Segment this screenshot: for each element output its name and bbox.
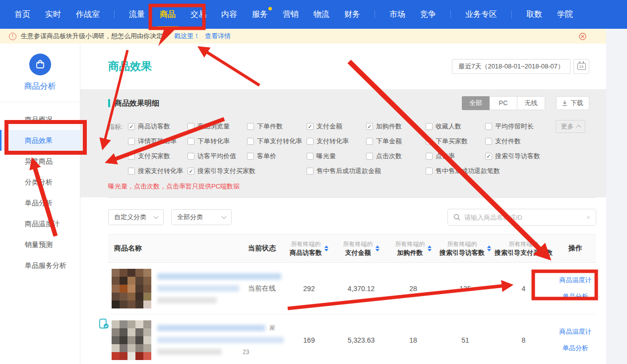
metric-favorites[interactable]: 收藏人数 (426, 122, 485, 131)
metric-avg-stay-time[interactable]: 平均停留时长 (485, 122, 545, 131)
nav-item-market[interactable]: 市场 (389, 9, 405, 20)
checkbox[interactable] (366, 138, 373, 145)
nav-item-content[interactable]: 内容 (221, 9, 237, 20)
metric-refund-amount[interactable]: 售中售后成功退款金额 (307, 167, 426, 176)
checkbox[interactable] (188, 138, 194, 145)
checkbox[interactable] (128, 138, 135, 145)
checkbox[interactable] (247, 123, 254, 130)
date-range-selector[interactable]: 最近7天（2018-08-01~2018-08-07） (452, 59, 570, 74)
checkbox[interactable] (128, 153, 135, 160)
metric-order-items[interactable]: 下单件数 (247, 122, 307, 131)
thermometer-link[interactable]: 商品温度计 (560, 327, 592, 336)
metric-order-pay-conversion[interactable]: 下单支付转化率 (247, 137, 307, 146)
checkbox[interactable] (426, 153, 433, 160)
checkbox[interactable] (188, 123, 194, 130)
sidebar-item-sales-forecast[interactable]: 销量预测 (0, 234, 80, 255)
metric-impressions[interactable]: 曝光量 (307, 152, 366, 161)
checkbox[interactable] (307, 168, 314, 175)
product-cell[interactable] (108, 269, 240, 308)
notice-inline-link[interactable]: 戳这里！ (174, 32, 200, 41)
metric-visitor-avg-value[interactable]: 访客平均价值 (188, 152, 247, 161)
nav-item-logistics[interactable]: 物流 (314, 9, 329, 20)
thermometer-link[interactable]: 商品温度计 (560, 276, 592, 285)
checkbox[interactable] (247, 138, 254, 145)
checkbox[interactable] (188, 153, 194, 160)
metric-search-pay-conversion[interactable]: 搜索支付转化率 (128, 167, 188, 176)
checkbox[interactable] (426, 168, 433, 175)
metric-pay-conversion[interactable]: 支付转化率 (307, 137, 366, 146)
nav-item-home[interactable]: 首页 (14, 9, 30, 20)
checkbox[interactable] (128, 168, 135, 175)
notice-detail-link[interactable]: 查看详情 (205, 32, 231, 41)
sort-control[interactable] (487, 245, 491, 251)
sidebar-item-abnormal-products[interactable]: 异常商品 (0, 151, 80, 172)
metric-search-guided-visitors[interactable]: ✓搜索引导访客数 (485, 152, 545, 161)
metric-ctr[interactable]: 点击率 (426, 152, 485, 161)
product-cell[interactable]: 家 23 (108, 320, 240, 360)
tab-wireless[interactable]: 无线 (517, 96, 545, 110)
clear-search-icon[interactable]: × (586, 214, 590, 221)
more-button[interactable]: 更多 (556, 120, 585, 133)
metric-order-conversion[interactable]: 下单转化率 (188, 137, 247, 146)
nav-item-service[interactable]: 服务 (252, 9, 268, 20)
metric-bounce-rate[interactable]: 详情页跳出率 (128, 137, 188, 146)
nav-item-academy[interactable]: 学院 (557, 9, 573, 20)
sidebar-item-category-analysis[interactable]: 分类分析 (0, 172, 80, 192)
custom-category-dropdown[interactable]: 自定义分类 (108, 209, 164, 225)
nav-item-trade[interactable]: 交易 (190, 9, 206, 20)
table-row[interactable]: 当前在线 292 4,370.12 28 125 4 商品温度计 单品分析 (108, 263, 596, 314)
metric-product-visitors[interactable]: ✓商品访客数 (128, 122, 188, 131)
single-analysis-link[interactable]: 单品分析 (563, 292, 588, 301)
sidebar-item-product-thermometer[interactable]: 商品温度计 (0, 213, 80, 234)
metric-pay-items[interactable]: 支付件数 (485, 137, 545, 146)
download-button[interactable]: 下载 (556, 96, 589, 110)
checkbox[interactable] (307, 153, 314, 160)
search-input[interactable] (464, 214, 582, 221)
table-row[interactable]: 家 23 169 5,323.63 18 51 8 商品温度计 单品分析 (108, 314, 596, 364)
metric-pay-amount[interactable]: ✓支付金额 (307, 122, 366, 131)
nav-item-data-fetch[interactable]: 取数 (526, 9, 542, 20)
nav-item-marketing[interactable]: 营销 (283, 9, 299, 20)
metric-cart-items[interactable]: ✓加购件数 (366, 122, 426, 131)
checkbox[interactable] (426, 138, 433, 145)
checkbox[interactable] (366, 153, 373, 160)
checkbox[interactable]: ✓ (307, 123, 314, 130)
tab-pc[interactable]: PC (490, 96, 517, 110)
sort-control[interactable] (428, 245, 432, 251)
checkbox[interactable]: ✓ (485, 153, 492, 160)
sidebar-item-single-product-analysis[interactable]: 单品分析 (0, 192, 80, 213)
checkbox[interactable] (426, 123, 433, 130)
checkbox[interactable] (307, 138, 314, 145)
metric-pay-buyers[interactable]: 支付买家数 (128, 152, 188, 161)
metric-avg-order-value[interactable]: 客单价 (247, 152, 307, 161)
metric-search-guided-pay-buyers[interactable]: ✓搜索引导支付买家数 (188, 167, 307, 176)
tab-all-terminals[interactable]: 全部 (462, 96, 490, 110)
sidebar-item-single-product-service[interactable]: 单品服务分析 (0, 255, 80, 276)
metric-order-buyers[interactable]: 下单买家数 (426, 137, 485, 146)
metric-product-views[interactable]: 商品浏览量 (188, 122, 247, 131)
nav-item-product[interactable]: 商品 (160, 9, 176, 20)
metric-clicks[interactable]: 点击次数 (366, 152, 426, 161)
nav-item-finance[interactable]: 财务 (344, 9, 360, 20)
nav-item-realtime[interactable]: 实时 (45, 9, 61, 20)
nav-item-warroom[interactable]: 作战室 (76, 9, 100, 20)
calendar-button[interactable]: 15 (573, 59, 589, 74)
metric-order-amount[interactable]: 下单金额 (366, 137, 426, 146)
all-category-dropdown[interactable]: 全部分类 (171, 209, 232, 225)
close-icon[interactable] (579, 33, 586, 40)
sort-control[interactable] (376, 245, 379, 251)
checkbox[interactable] (247, 153, 254, 160)
nav-item-traffic[interactable]: 流量 (129, 9, 145, 20)
sidebar-item-product-overview[interactable]: 商品概况 (0, 109, 80, 130)
checkbox[interactable] (485, 138, 492, 145)
checkbox[interactable]: ✓ (128, 123, 135, 130)
nav-item-competition[interactable]: 竞争 (420, 9, 436, 20)
checkbox[interactable]: ✓ (188, 168, 194, 175)
nav-item-business-zone[interactable]: 业务专区 (465, 9, 497, 20)
single-analysis-link[interactable]: 单品分析 (563, 344, 588, 353)
checkbox[interactable]: ✓ (366, 123, 373, 130)
metric-refund-count[interactable]: 售中售后成功退款笔数 (426, 167, 545, 176)
sort-control[interactable] (324, 245, 328, 251)
sidebar-item-product-effect[interactable]: 商品效果 (0, 130, 80, 151)
checkbox[interactable] (485, 123, 492, 130)
